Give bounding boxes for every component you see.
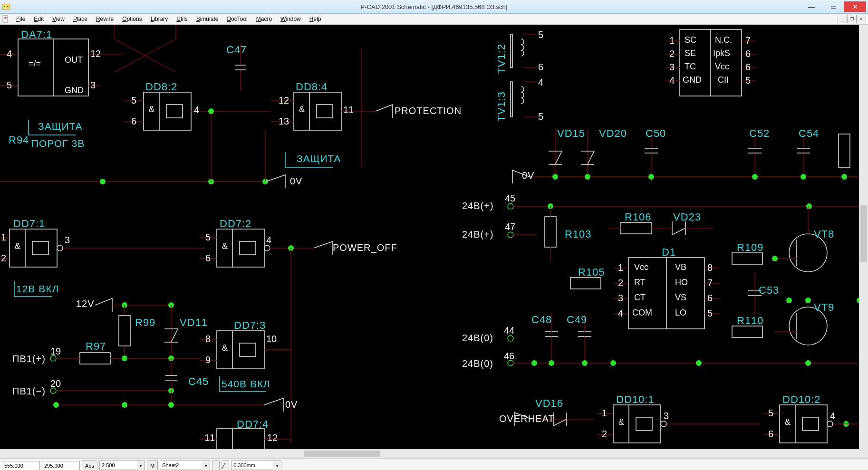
menu-macro[interactable]: Macro — [252, 15, 276, 23]
title-bar: P-CAD 2001 Schematic - [ДФРИ.469135.568 … — [0, 0, 868, 14]
menu-help[interactable]: Help — [306, 15, 325, 23]
menu-options[interactable]: Options — [118, 15, 145, 23]
ref-C47: C47 — [226, 44, 247, 56]
d1-p3: 3 — [618, 293, 623, 304]
ref-R97: R97 — [86, 340, 106, 353]
pin4b: 4 — [194, 105, 199, 115]
svg-point-195 — [661, 421, 666, 427]
menu-window[interactable]: Window — [277, 15, 305, 23]
menu-utils[interactable]: Utils — [173, 15, 191, 23]
ref-R103: R103 — [565, 228, 592, 240]
status-grid[interactable]: ▼ — [99, 460, 145, 470]
menu-view[interactable]: View — [48, 15, 68, 23]
window-buttons: — ▭ ✕ — [800, 1, 866, 12]
maximize-button[interactable]: ▭ — [822, 1, 844, 12]
svg-rect-201 — [802, 417, 819, 431]
svg-rect-93 — [511, 34, 512, 67]
mdi-restore[interactable]: ❐ — [847, 15, 857, 23]
lbl-12vkl: 12В ВКЛ — [16, 283, 59, 295]
window-title: P-CAD 2001 Schematic - [ДФРИ.469135.568 … — [361, 3, 508, 10]
d1-RT: RT — [634, 278, 646, 288]
net-overheat: OVERHEAT — [499, 413, 555, 424]
svg-point-180 — [531, 360, 537, 366]
dd10-p4: 4 — [830, 411, 835, 422]
svg-point-84 — [53, 402, 59, 408]
ref-DD7-4: DD7:4 — [237, 418, 269, 431]
svg-point-135 — [508, 232, 513, 238]
menu-simulate[interactable]: Simulate — [193, 15, 222, 23]
status-x[interactable] — [2, 461, 40, 470]
menu-place[interactable]: Place — [69, 15, 91, 23]
mdi-close[interactable]: × — [857, 15, 866, 23]
lbl-TC: TC — [685, 62, 696, 72]
status-y[interactable] — [42, 461, 80, 470]
pin8d: 8 — [205, 334, 211, 345]
lbl-IpkS: IpkS — [713, 48, 730, 58]
svg-point-43 — [57, 245, 63, 251]
amp1: & — [149, 105, 154, 115]
status-linestyle[interactable]: ╱ — [222, 460, 229, 470]
ref-DD7-2: DD7:2 — [220, 218, 251, 230]
pin6c: 6 — [205, 253, 211, 264]
vertical-scrollbar[interactable] — [859, 25, 868, 450]
ref-R110: R110 — [737, 315, 764, 327]
ref-R94: R94 — [9, 134, 29, 146]
dd10-p5: 5 — [768, 408, 773, 419]
status-linewidth[interactable]: ▼ — [231, 460, 281, 470]
pin45: 45 — [505, 193, 515, 204]
pin13b: 13 — [279, 116, 289, 127]
menu-edit[interactable]: Edit — [30, 15, 48, 23]
menu-rewire[interactable]: Rewire — [92, 15, 117, 23]
minimize-button[interactable]: — — [800, 1, 822, 12]
lbl-zashita2: ЗАЩИТА — [297, 153, 341, 164]
pin4: 4 — [7, 48, 12, 59]
d1-p6: 6 — [707, 293, 713, 304]
ref-C54: C54 — [799, 127, 819, 140]
lbl-porog: ПОРОГ 3В — [31, 138, 85, 149]
ref-VT8: VT8 — [814, 228, 834, 240]
workspace: DA7:1 4 5 12 3 =/= OUT GND ЗАЩИТА ПОРОГ … — [0, 25, 868, 458]
svg-point-50 — [264, 245, 270, 251]
mdi-minimize[interactable]: _ — [838, 15, 847, 23]
lbl-gnd: GND — [65, 86, 84, 96]
status-sheet[interactable]: ▼ — [160, 460, 210, 470]
menu-doctool[interactable]: DocTool — [223, 15, 251, 23]
pin20d: 20 — [50, 378, 61, 389]
icr-p7: 7 — [745, 35, 751, 46]
pin4c: 4 — [266, 235, 271, 246]
svg-rect-14 — [166, 105, 183, 118]
icr-p6b: 6 — [745, 62, 751, 73]
svg-rect-137 — [545, 217, 556, 247]
svg-point-1 — [4, 6, 5, 7]
status-m[interactable]: M — [147, 460, 158, 470]
schematic-canvas[interactable]: DA7:1 4 5 12 3 =/= OUT GND ЗАЩИТА ПОРОГ … — [0, 25, 859, 450]
pin5b: 5 — [131, 95, 136, 106]
pin12b: 12 — [279, 95, 289, 106]
d1-VB: VB — [675, 262, 686, 272]
svg-point-134 — [806, 203, 812, 209]
pin5r: 5 — [538, 29, 543, 40]
net-24p2: 24В(+) — [462, 229, 494, 240]
net-24p1: 24В(+) — [462, 201, 494, 211]
pin46: 46 — [504, 351, 514, 362]
pin5: 5 — [7, 80, 12, 91]
d1-CT: CT — [634, 293, 646, 303]
menu-file[interactable]: File — [12, 15, 29, 23]
svg-rect-59 — [119, 316, 130, 346]
status-color[interactable] — [212, 460, 220, 470]
svg-point-177 — [508, 336, 513, 341]
menu-library[interactable]: Library — [147, 15, 172, 23]
svg-rect-4 — [4, 17, 7, 18]
amp5: & — [222, 343, 228, 353]
status-abs[interactable]: Abs — [82, 460, 97, 470]
amp3: & — [15, 241, 20, 251]
svg-rect-5 — [4, 19, 7, 19]
lbl-Vcc: Vcc — [715, 62, 729, 72]
close-button[interactable]: ✕ — [844, 1, 866, 12]
svg-rect-123 — [839, 134, 850, 167]
svg-rect-164 — [732, 253, 762, 264]
svg-rect-194 — [636, 417, 652, 431]
svg-point-2 — [7, 6, 9, 7]
d1-p2: 2 — [618, 278, 623, 288]
horizontal-scrollbar[interactable] — [0, 449, 859, 458]
